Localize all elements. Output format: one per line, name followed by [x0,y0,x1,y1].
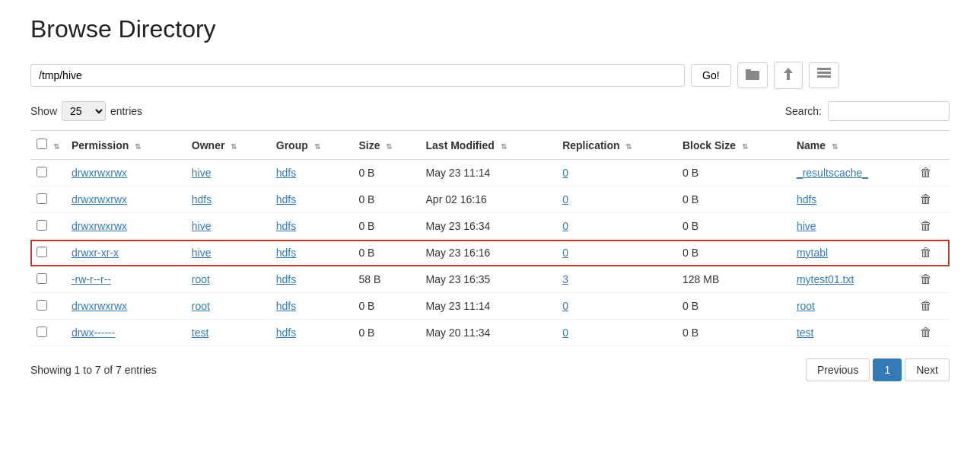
group-link[interactable]: hdfs [276,220,296,232]
permission-link[interactable]: drwxrwxrwx [72,193,127,206]
table-header-row: ⇅ Permission ⇅ Owner ⇅ Group ⇅ Size ⇅ La… [30,131,950,160]
header-owner: Owner ⇅ [186,131,270,160]
permission-link[interactable]: drwxrwxrwx [72,220,127,232]
search-row: Search: [785,101,950,121]
entries-select[interactable]: 10 25 50 100 [62,101,106,121]
group-link[interactable]: hdfs [276,273,296,285]
permission-link[interactable]: -rw-r--r-- [72,273,111,285]
header-actions [914,131,950,160]
name-link[interactable]: test [797,327,814,339]
table-row: drwxrwxrwxhivehdfs0 BMay 23 11:1400 B_re… [30,160,950,186]
owner-link[interactable]: hdfs [192,193,212,206]
permission-link[interactable]: drwxrwxrwx [72,167,127,179]
name-link[interactable]: hive [797,220,816,232]
block-size-cell: 0 B [676,213,791,240]
owner-link[interactable]: hive [192,220,212,232]
header-name: Name ⇅ [791,131,914,160]
permission-link[interactable]: drwxr-xr-x [72,247,119,259]
svg-marker-2 [784,68,793,80]
replication-link[interactable]: 0 [562,300,568,312]
group-link[interactable]: hdfs [276,167,296,179]
path-input[interactable] [30,64,685,87]
header-select-all: ⇅ [30,131,65,160]
name-link[interactable]: root [797,300,815,312]
svg-rect-3 [817,68,831,70]
previous-button[interactable]: Previous [806,358,870,381]
row-checkbox[interactable] [37,167,47,177]
row-checkbox[interactable] [37,193,47,204]
name-link[interactable]: mytest01.txt [797,273,854,285]
folder-icon-button[interactable] [737,62,768,88]
show-entries: Show 10 25 50 100 entries [30,101,142,121]
group-link[interactable]: hdfs [276,327,296,339]
table-row: drwxr-xr-xhivehdfs0 BMay 23 16:1600 Bmyt… [30,240,950,266]
owner-link[interactable]: test [192,327,209,339]
header-last-modified: Last Modified ⇅ [420,131,557,160]
table-row: -rw-r--r--roothdfs58 BMay 23 16:353128 M… [30,266,950,293]
svg-rect-4 [817,72,831,74]
replication-link[interactable]: 0 [562,220,568,232]
table-row: drwxrwxrwxroothdfs0 BMay 23 11:1400 Broo… [30,293,950,320]
table-icon-button[interactable] [809,62,839,88]
row-checkbox[interactable] [37,327,47,337]
header-size: Size ⇅ [352,131,419,160]
size-cell: 0 B [352,320,419,346]
row-checkbox[interactable] [37,247,47,257]
upload-icon-button[interactable] [774,62,803,89]
owner-link[interactable]: hive [192,247,212,259]
delete-icon[interactable]: 🗑 [920,272,932,285]
header-permission: Permission ⇅ [65,131,186,160]
replication-link[interactable]: 0 [562,327,568,339]
replication-link[interactable]: 0 [562,193,568,206]
replication-link[interactable]: 0 [562,167,568,179]
page-1-button[interactable]: 1 [873,358,902,381]
directory-table: ⇅ Permission ⇅ Owner ⇅ Group ⇅ Size ⇅ La… [30,130,950,346]
folder-icon [746,68,759,80]
row-checkbox[interactable] [37,220,47,231]
block-size-cell: 0 B [676,186,791,213]
select-all-checkbox[interactable] [37,139,47,149]
delete-icon[interactable]: 🗑 [920,299,932,312]
block-size-cell: 128 MB [676,266,791,293]
header-replication: Replication ⇅ [556,131,676,160]
group-link[interactable]: hdfs [276,193,296,206]
delete-icon[interactable]: 🗑 [920,166,932,179]
delete-icon[interactable]: 🗑 [920,219,932,232]
delete-icon[interactable]: 🗑 [920,193,932,206]
delete-icon[interactable]: 🗑 [920,326,932,339]
replication-link[interactable]: 3 [562,273,568,285]
search-input[interactable] [828,101,950,121]
next-button[interactable]: Next [905,358,950,381]
table-icon [817,68,831,80]
name-link[interactable]: hdfs [797,193,816,206]
block-size-cell: 0 B [676,293,791,320]
go-button[interactable]: Go! [691,64,731,87]
size-cell: 0 B [352,240,419,266]
showing-text: Showing 1 to 7 of 7 entries [30,364,157,376]
permission-link[interactable]: drwxrwxrwx [72,300,127,312]
delete-icon[interactable]: 🗑 [920,246,932,259]
block-size-cell: 0 B [676,240,791,266]
name-link[interactable]: mytabl [797,247,828,259]
permission-link[interactable]: drwx------ [72,327,116,339]
owner-link[interactable]: root [192,273,210,285]
table-row: drwxrwxrwxhdfshdfs0 BApr 02 16:1600 Bhdf… [30,186,950,213]
size-cell: 0 B [352,186,419,213]
replication-link[interactable]: 0 [562,247,568,259]
controls-row: Show 10 25 50 100 entries Search: [30,101,950,121]
size-cell: 0 B [352,213,419,240]
group-link[interactable]: hdfs [276,247,296,259]
entries-label: entries [110,105,142,117]
name-link[interactable]: _resultscache_ [797,167,868,179]
row-checkbox[interactable] [37,300,47,311]
table-row: drwx------testhdfs0 BMay 20 11:3400 Btes… [30,320,950,346]
header-group: Group ⇅ [270,131,353,160]
group-link[interactable]: hdfs [276,300,296,312]
pagination-buttons: Previous 1 Next [806,358,950,381]
header-block-size: Block Size ⇅ [676,131,791,160]
owner-link[interactable]: hive [192,167,212,179]
row-checkbox[interactable] [37,273,47,284]
owner-link[interactable]: root [192,300,210,312]
show-label: Show [30,105,57,117]
last-modified-cell: May 23 11:14 [420,293,557,320]
